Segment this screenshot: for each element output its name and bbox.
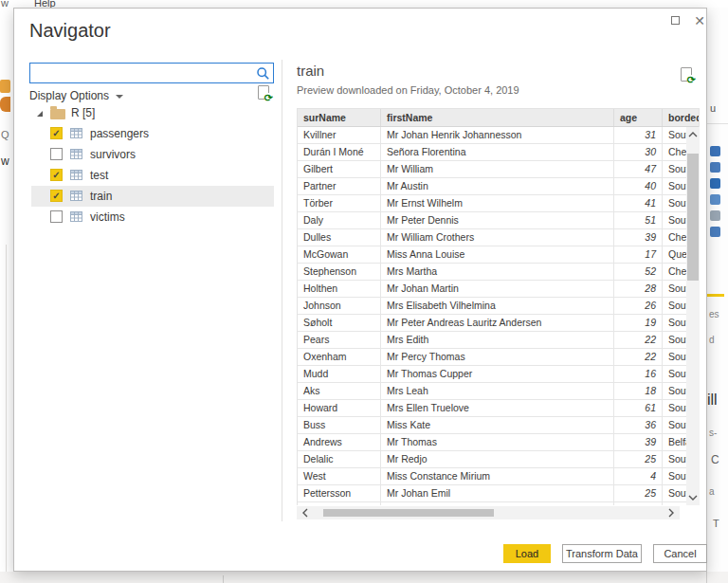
checkbox[interactable]: ✓ <box>50 190 63 202</box>
cell-age: 36 <box>614 417 663 433</box>
background-icon-fragment <box>710 227 720 237</box>
table-row[interactable]: DelalicMr Redjo25Sout <box>298 451 699 468</box>
cell-age: 40 <box>614 178 663 194</box>
preview-table: surNamefirstNameageborded KvillnerMr Joh… <box>297 108 700 505</box>
cell-firstName: Mrs Leah <box>381 383 614 399</box>
scroll-down-icon[interactable] <box>687 492 699 503</box>
tree-item-test[interactable]: ✓ test <box>31 165 274 186</box>
table-header-row: surNamefirstNameageborded <box>298 109 699 127</box>
search-input[interactable] <box>34 64 252 82</box>
table-row[interactable]: WestMiss Constance Mirium4Sout <box>298 468 699 485</box>
cell-firstName: Mr William Crothers <box>381 229 614 246</box>
cell-surName: Buss <box>298 417 381 433</box>
background-divider <box>223 575 224 583</box>
cell-age: 22 <box>614 332 663 348</box>
table-row[interactable]: BussMiss Kate36Sout <box>298 417 699 434</box>
table-row[interactable]: PartnerMr Austin40Sout <box>298 178 699 195</box>
cell-age: 19 <box>614 315 663 331</box>
table-row[interactable]: McGowanMiss Anna Louise17Que <box>298 246 699 264</box>
transform-data-button[interactable]: Transform Data <box>562 544 642 563</box>
background-icon-fragment <box>710 146 720 156</box>
background-text-fragment: a <box>709 486 715 497</box>
table-row[interactable]: GilbertMr William47Sout <box>298 161 699 178</box>
maximize-button[interactable] <box>668 14 682 27</box>
tree-root-folder[interactable]: R [5] <box>14 103 282 123</box>
dialog-footer: Load Transform Data Cancel <box>14 544 708 565</box>
table-row[interactable]: Durán I MonéSeñora Florentina30Cher <box>298 144 699 161</box>
background-icon-fragment <box>0 97 10 112</box>
cell-surName: Mudd <box>298 366 381 382</box>
table-row[interactable]: HolthenMr Johan Martin28Sout <box>298 281 699 298</box>
tree-item-train[interactable]: ✓ train <box>31 186 274 207</box>
horizontal-scrollbar-thumb[interactable] <box>323 509 494 517</box>
cell-age: 25 <box>614 485 663 501</box>
cell-firstName: Miss Kate <box>381 417 614 433</box>
table-row[interactable]: OxenhamMr Percy Thomas22Sout <box>298 349 699 366</box>
table-row[interactable]: MuddMr Thomas Cupper16Sout <box>298 366 699 383</box>
tree-item-passengers[interactable]: ✓ passengers <box>31 123 274 144</box>
table-row[interactable]: SøholtMr Peter Andreas Lauritz Andersen1… <box>298 315 699 332</box>
table-row[interactable]: PetterssonMr Johan Emil25Sout <box>298 485 699 502</box>
table-vertical-scrollbar[interactable] <box>686 127 700 505</box>
cancel-button[interactable]: Cancel <box>653 544 707 563</box>
background-text-fragment: s- <box>709 428 717 438</box>
maximize-icon <box>671 16 680 25</box>
scroll-up-icon[interactable] <box>687 129 699 140</box>
scroll-right-icon[interactable] <box>665 507 677 519</box>
checkbox[interactable] <box>50 148 63 160</box>
table-row[interactable]: HowardMrs Ellen Truelove61Sout <box>298 400 699 417</box>
cell-firstName: Mrs Martha <box>381 264 614 280</box>
scroll-left-icon[interactable] <box>300 507 311 519</box>
cell-age: 61 <box>614 400 663 416</box>
background-text-fragment: C <box>711 453 719 466</box>
table-row[interactable]: DalyMr Peter Dennis51Sout <box>298 212 699 229</box>
table-row[interactable]: StephensonMrs Martha52Cher <box>298 264 699 281</box>
table-row[interactable]: AndrewsMr Thomas39Belfa <box>298 434 699 451</box>
checkbox[interactable] <box>50 210 63 223</box>
background-text-fragment: Q <box>1 129 9 140</box>
cell-age: 18 <box>614 383 663 399</box>
background-icon-fragment <box>0 80 10 93</box>
refresh-source-icon[interactable]: ⟳ <box>258 85 269 100</box>
checkbox[interactable]: ✓ <box>50 169 63 181</box>
navigator-tree: R [5] ✓ passengers survivors ✓ <box>14 103 282 228</box>
cell-firstName: Miss Constance Mirium <box>381 468 614 484</box>
navigator-dialog: ✕ Navigator Display Options ⟳ R [5] ✓ pa… <box>13 8 707 572</box>
table-icon <box>70 128 82 138</box>
display-options-dropdown[interactable]: Display Options <box>29 89 123 102</box>
column-header-surName[interactable]: surName <box>298 109 381 126</box>
table-row[interactable]: KvillnerMr Johan Henrik Johannesson31Sou… <box>298 127 699 144</box>
tree-expander-icon[interactable] <box>37 111 43 117</box>
search-icon[interactable] <box>256 66 270 81</box>
load-button[interactable]: Load <box>503 544 551 563</box>
table-row[interactable]: AksMrs Leah18Sout <box>298 383 699 400</box>
cell-surName: Andrews <box>298 434 381 450</box>
background-text-fragment: w <box>1 155 9 168</box>
refresh-preview-icon[interactable]: ⟳ <box>681 67 692 82</box>
chevron-down-icon <box>116 95 123 99</box>
cell-age <box>614 502 663 505</box>
tree-item-victims[interactable]: victims <box>31 207 274 228</box>
tree-item-survivors[interactable]: survivors <box>31 144 274 165</box>
vertical-scrollbar-thumb[interactable] <box>687 154 699 281</box>
table-row-partial[interactable] <box>298 502 699 505</box>
tree-item-label: passengers <box>90 127 149 140</box>
close-button[interactable]: ✕ <box>693 14 706 27</box>
background-right-sliver: u es d ill s- C a T <box>707 8 728 583</box>
checkbox[interactable]: ✓ <box>50 127 63 139</box>
folder-icon <box>50 109 65 119</box>
column-header-firstName[interactable]: firstName <box>381 109 614 126</box>
table-row[interactable]: TörberMr Ernst Wilhelm41Sout <box>298 195 699 212</box>
display-options-label: Display Options <box>29 89 109 102</box>
column-header-age[interactable]: age <box>614 109 663 126</box>
cell-firstName: Mr Johan Martin <box>381 281 614 297</box>
background-text-fragment: T <box>713 518 719 529</box>
background-divider <box>6 245 7 576</box>
table-icon <box>70 149 82 159</box>
table-row[interactable]: DullesMr William Crothers39Cher <box>298 229 699 246</box>
table-row[interactable]: PearsMrs Edith22Sout <box>298 332 699 349</box>
background-text-fragment: ill <box>707 392 718 409</box>
column-header-borded[interactable]: borded <box>663 109 699 126</box>
table-row[interactable]: JohnsonMrs Elisabeth Vilhelmina26Sout <box>298 298 699 315</box>
table-horizontal-scrollbar[interactable] <box>297 506 680 519</box>
